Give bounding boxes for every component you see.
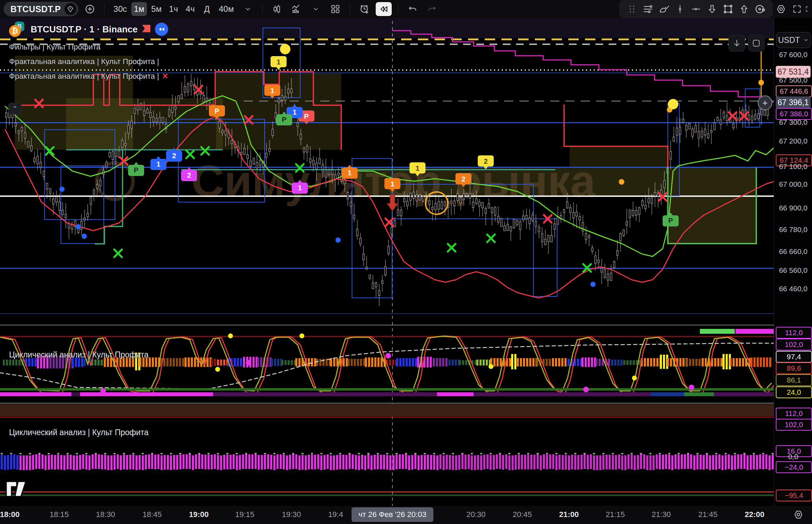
price-label: 24,0: [776, 386, 812, 398]
time-tick: 21:45: [698, 510, 717, 519]
compare-dropdown-icon[interactable]: [308, 2, 324, 16]
layout-grid-icon[interactable]: [327, 2, 343, 16]
axis-settings-icon[interactable]: [793, 509, 804, 521]
chart-marker[interactable]: [619, 179, 624, 185]
chart-marker[interactable]: [729, 112, 736, 120]
chart-marker[interactable]: [689, 385, 694, 390]
indicators-settings-icon[interactable]: [640, 2, 656, 16]
timeframe-button-4ч[interactable]: 4ч: [182, 2, 198, 16]
svg-text:1: 1: [415, 164, 419, 172]
svg-text:1: 1: [390, 180, 394, 188]
chart-marker[interactable]: [591, 282, 596, 287]
chart-marker[interactable]: [100, 388, 106, 394]
price-label: 66 900,0: [776, 203, 811, 213]
horizontal-ray-tool-icon[interactable]: [688, 2, 704, 16]
timeframe-button-5м[interactable]: 5м: [148, 2, 164, 16]
drag-handle-icon[interactable]: [624, 2, 640, 16]
chart-marker[interactable]: [215, 367, 220, 372]
vertical-line-tool-icon[interactable]: [672, 2, 688, 16]
chart-marker[interactable]: [299, 333, 304, 338]
svg-text:1: 1: [276, 58, 280, 66]
arrow-down-tool-icon[interactable]: [704, 2, 720, 16]
chart-marker[interactable]: 1: [150, 156, 166, 170]
timeframe-button-30с[interactable]: 30с: [111, 2, 130, 16]
brush-check-icon[interactable]: [656, 2, 672, 16]
chart-marker[interactable]: [336, 238, 341, 243]
price-label: 66 780,0: [776, 224, 811, 235]
add-alert-plus-button[interactable]: +: [758, 95, 772, 110]
arrow-up-tool-icon[interactable]: [736, 2, 752, 16]
undo-icon[interactable]: [405, 2, 421, 16]
error-x-icon: ✕: [162, 72, 168, 80]
legend-collapse-button[interactable]: ⌃: [8, 103, 22, 115]
replay-button[interactable]: [376, 2, 392, 16]
timeframe-dropdown-icon[interactable]: [240, 2, 256, 16]
fullscreen-icon[interactable]: [789, 2, 805, 16]
svg-text:2: 2: [172, 152, 176, 160]
indicator-legend-row[interactable]: Фильтры | Культ Профита: [9, 43, 168, 52]
screenshot-icon[interactable]: [805, 2, 812, 16]
scroll-down-button[interactable]: [728, 35, 745, 52]
svg-text:2: 2: [461, 175, 465, 183]
chart-marker[interactable]: [246, 360, 251, 365]
timeframe-button-40м[interactable]: 40м: [216, 2, 236, 16]
currency-dropdown[interactable]: USDT: [776, 32, 811, 48]
chart-marker[interactable]: [186, 151, 194, 158]
svg-text:P: P: [668, 217, 673, 224]
chart-type-icon[interactable]: [288, 2, 304, 16]
price-label: 67 200,0: [776, 136, 811, 146]
chart-marker[interactable]: [583, 387, 589, 392]
time-tick: 21:30: [651, 510, 671, 519]
flag-icon[interactable]: [142, 24, 151, 34]
chart-marker[interactable]: [228, 333, 233, 338]
object-settings-icon[interactable]: [773, 2, 789, 16]
svg-text:P: P: [282, 116, 286, 123]
svg-text:1: 1: [156, 160, 160, 168]
add-symbol-button[interactable]: [82, 2, 98, 16]
pane2-title[interactable]: Циклический анализ | Культ Профита: [9, 428, 149, 437]
tradingview-logo: [6, 481, 26, 496]
chart-marker[interactable]: [76, 224, 81, 230]
replay-badge-icon[interactable]: [155, 23, 168, 36]
time-tick: 22:00: [745, 510, 764, 519]
chart-marker[interactable]: [60, 187, 65, 192]
timeframe-button-1ч[interactable]: 1ч: [166, 2, 181, 16]
chart-marker[interactable]: [668, 99, 678, 109]
chart-marker[interactable]: [758, 80, 764, 85]
svg-text:P: P: [134, 166, 138, 174]
indicator-legend-row[interactable]: Фрактальная аналитика | Культ Профита |✕: [9, 72, 168, 81]
redo-icon[interactable]: [424, 2, 440, 16]
pane1-title[interactable]: Циклический анализ | Культ Профита: [9, 350, 149, 360]
chart-marker[interactable]: P: [128, 162, 144, 176]
divider: [398, 4, 398, 14]
chart-marker[interactable]: [114, 249, 122, 257]
orbit-icon[interactable]: [752, 2, 768, 16]
chart-marker[interactable]: [280, 44, 290, 54]
bar-style-icon[interactable]: [269, 2, 285, 16]
symbol-button[interactable]: BTCUSDT.P: [3, 2, 78, 16]
price-label: −24,0: [776, 461, 812, 473]
diamond-icon[interactable]: [64, 3, 76, 15]
price-axis[interactable]: USDT 67 600,067 531,467 500,067 446,667 …: [774, 18, 812, 506]
chart-marker[interactable]: [487, 234, 495, 242]
chart-marker[interactable]: [489, 364, 493, 369]
indicator-legend-row[interactable]: Фрактальная аналитика | Культ Профита |: [9, 57, 168, 66]
chart-marker[interactable]: [82, 234, 87, 239]
chart-marker[interactable]: 1: [271, 56, 287, 70]
restore-chart-button[interactable]: [748, 35, 765, 52]
rectangle-tool-icon[interactable]: [720, 2, 736, 16]
currency-label: USDT: [778, 36, 800, 45]
chart-marker[interactable]: [385, 353, 391, 359]
divider: [262, 4, 263, 14]
price-label: 67 600,0: [776, 49, 811, 60]
time-axis[interactable]: 18:0018:1518:3018:4519:0019:1519:3019:42…: [0, 506, 812, 524]
svg-text:P: P: [214, 107, 219, 115]
timeframe-button-Д[interactable]: Д: [199, 2, 214, 16]
price-label: 66 660,0: [776, 246, 811, 257]
chart-marker[interactable]: [632, 376, 637, 380]
price-label: 86,1: [776, 374, 812, 386]
chart-marker[interactable]: [448, 244, 455, 252]
timeframe-button-1м[interactable]: 1м: [131, 2, 147, 16]
alert-clock-icon[interactable]: [356, 2, 372, 16]
legend-symbol-title[interactable]: BTCUSDT.P · 1 · Binance: [31, 24, 138, 35]
